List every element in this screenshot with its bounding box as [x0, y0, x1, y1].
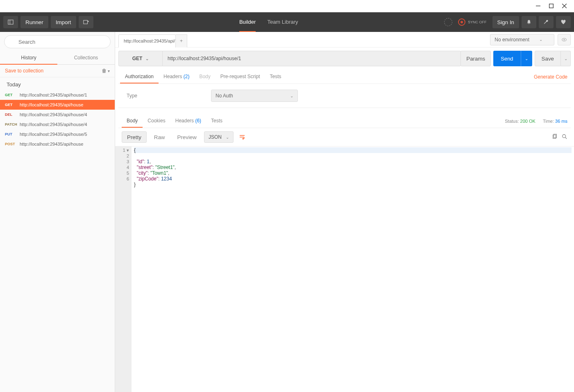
history-item[interactable]: DELhttp://localhost:29435/api/house/4 — [0, 110, 115, 119]
environment-select[interactable]: No environment ⌄ — [490, 34, 554, 45]
status-label: Status: — [505, 119, 519, 124]
send-button[interactable]: Send — [493, 51, 520, 66]
response-tab-body[interactable]: Body — [122, 115, 143, 128]
svg-point-16 — [563, 134, 566, 137]
bell-icon — [526, 19, 532, 25]
svg-rect-1 — [549, 4, 553, 8]
sync-status[interactable]: SYNC OFF — [455, 18, 490, 26]
sync-icon — [458, 18, 465, 26]
chevron-down-icon: ▾ — [108, 69, 110, 73]
format-select[interactable]: JSON ⌄ — [204, 131, 234, 143]
runner-button[interactable]: Runner — [20, 16, 48, 28]
settings-button[interactable] — [539, 16, 554, 28]
heart-icon — [560, 19, 566, 25]
tab-builder[interactable]: Builder — [239, 12, 256, 32]
wrap-button[interactable] — [236, 131, 248, 143]
wrap-icon — [239, 134, 245, 140]
top-nav: Runner Import Builder Team Library SYNC … — [0, 12, 574, 32]
copy-button[interactable] — [552, 134, 558, 141]
method-select[interactable]: GET ⌄ — [118, 51, 163, 66]
time-info: Time: 36 ms — [543, 119, 567, 124]
history-url: http://localhost:29435/api/house/4 — [20, 122, 87, 127]
response-tab-tests[interactable]: Tests — [206, 115, 227, 128]
tab-headers-label: Headers — [163, 74, 182, 79]
heart-button[interactable] — [556, 16, 571, 28]
response-body[interactable]: 1 ▾23456 { "id": 1, "street": "Street1",… — [115, 146, 574, 392]
interceptor-icon[interactable] — [444, 18, 452, 26]
tab-prerequest[interactable]: Pre-request Script — [216, 70, 265, 83]
response-tab-cookies[interactable]: Cookies — [143, 115, 170, 128]
search-response-button[interactable] — [562, 134, 567, 141]
params-button[interactable]: Params — [461, 51, 491, 66]
panel-icon — [8, 19, 14, 25]
time-label: Time: — [543, 119, 554, 124]
history-item[interactable]: PUThttp://localhost:29435/api/house/5 — [0, 129, 115, 139]
window-minimize[interactable] — [531, 0, 545, 12]
tab-body[interactable]: Body — [194, 70, 215, 83]
window-close[interactable] — [558, 0, 571, 12]
search-input[interactable] — [4, 35, 111, 48]
history-url: http://localhost:29435/api/house — [20, 142, 83, 146]
svg-line-17 — [565, 137, 567, 139]
notifications-button[interactable] — [522, 16, 536, 28]
svg-rect-6 — [83, 20, 87, 24]
save-button[interactable]: Save — [535, 51, 561, 66]
history-method: GET — [5, 103, 17, 107]
svg-point-12 — [563, 39, 565, 40]
window-maximize[interactable] — [545, 0, 558, 12]
request-tab[interactable]: http://localhost:29435/api/h — [118, 34, 176, 47]
window-titlebar — [0, 0, 574, 12]
wrench-icon — [543, 19, 549, 25]
preview-button[interactable]: Preview — [172, 131, 201, 143]
code-content: { "id": 1, "street": "Street1", "city": … — [132, 146, 574, 392]
sidebar-tab-collections[interactable]: Collections — [57, 52, 115, 65]
import-button[interactable]: Import — [51, 16, 76, 28]
raw-button[interactable]: Raw — [149, 131, 170, 143]
url-input[interactable] — [163, 51, 461, 66]
tab-team-library[interactable]: Team Library — [267, 12, 298, 32]
history-method: GET — [5, 93, 17, 97]
chevron-down-icon: ⌄ — [564, 56, 567, 61]
response-headers-label: Headers — [175, 118, 194, 124]
new-window-button[interactable] — [79, 16, 93, 28]
svg-rect-4 — [8, 20, 13, 25]
sign-in-button[interactable]: Sign In — [492, 16, 520, 28]
save-dropdown[interactable]: ⌄ — [561, 51, 571, 66]
history-item[interactable]: GEThttp://localhost:29435/api/house — [0, 100, 115, 110]
response-headers-count: (6) — [195, 118, 201, 124]
content-area: http://localhost:29435/api/h + No enviro… — [115, 32, 574, 392]
response-tab-headers[interactable]: Headers (6) — [170, 115, 206, 128]
tab-headers[interactable]: Headers (2) — [159, 70, 194, 83]
new-tab-icon — [83, 19, 89, 25]
history-method: DEL — [5, 113, 17, 117]
format-label: JSON — [209, 134, 222, 140]
copy-icon — [552, 134, 558, 140]
history-section-today: Today — [0, 77, 115, 90]
sync-label: SYNC OFF — [468, 20, 487, 24]
sidebar-tab-history[interactable]: History — [0, 52, 57, 65]
save-to-collection-link[interactable]: Save to collection — [5, 68, 43, 74]
history-url: http://localhost:29435/api/house — [20, 102, 83, 107]
sidebar-toggle-button[interactable] — [3, 16, 18, 28]
trash-button[interactable]: ▾ — [101, 68, 110, 74]
tab-tests[interactable]: Tests — [265, 70, 286, 83]
tab-authorization[interactable]: Authorization — [120, 70, 159, 83]
trash-icon — [101, 68, 107, 74]
auth-type-select[interactable]: No Auth ⌄ — [211, 90, 298, 102]
time-value: 36 ms — [555, 119, 567, 124]
pretty-button[interactable]: Pretty — [122, 131, 147, 143]
history-item[interactable]: POSThttp://localhost:29435/api/house — [0, 139, 115, 149]
history-item[interactable]: PATCHhttp://localhost:29435/api/house/4 — [0, 119, 115, 129]
chevron-down-icon: ⌄ — [525, 56, 528, 61]
status-info: Status: 200 OK — [505, 119, 535, 124]
chevron-down-icon: ⌄ — [145, 56, 149, 61]
sidebar: History Collections Save to collection ▾… — [0, 32, 115, 392]
add-tab-button[interactable]: + — [176, 34, 187, 47]
history-url: http://localhost:29435/api/house/5 — [20, 132, 87, 137]
request-tabbar: http://localhost:29435/api/h + No enviro… — [115, 32, 574, 47]
send-dropdown[interactable]: ⌄ — [521, 51, 532, 66]
generate-code-link[interactable]: Generate Code — [532, 71, 569, 83]
history-item[interactable]: GEThttp://localhost:29435/api/house/1 — [0, 90, 115, 100]
history-method: PUT — [5, 132, 17, 136]
environment-quicklook[interactable] — [558, 34, 571, 45]
